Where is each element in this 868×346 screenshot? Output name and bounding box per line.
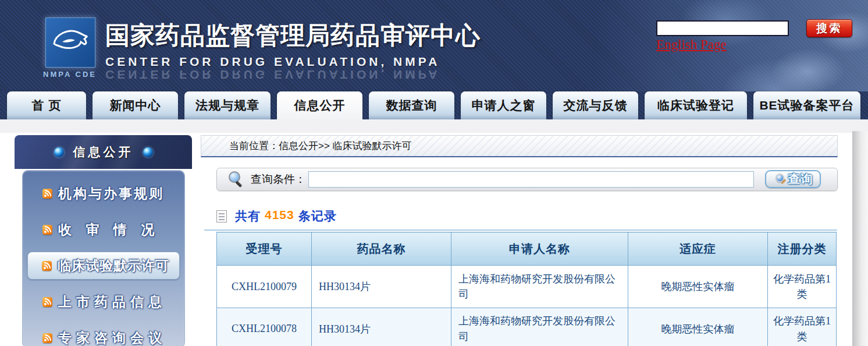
sidebar-item[interactable]: 收 审 情 况	[23, 211, 184, 248]
page-right-margin	[852, 131, 868, 346]
divider-line	[204, 230, 837, 231]
table-cell: 晚期恶性实体瘤	[628, 266, 768, 308]
rss-icon	[42, 297, 52, 307]
header-search-button[interactable]: 搜索	[806, 19, 852, 37]
orb-icon	[143, 147, 153, 157]
table-cell: CXHL2100079	[217, 266, 312, 308]
record-count-row: 共有 4153 条记录	[216, 207, 852, 225]
site-title-cn: 国家药品监督管理局药品审评中心	[105, 19, 481, 52]
search-icon	[227, 171, 245, 188]
nav-tab[interactable]: 法规与规章	[184, 91, 271, 119]
table-header-cell: 注册分类	[768, 232, 837, 266]
site-title-en: CENTER FOR DRUG EVALUATION, NMPA	[105, 55, 481, 69]
breadcrumb: 当前位置：信息公开>> 临床试验默示许可	[201, 135, 838, 157]
rss-icon	[42, 261, 52, 271]
logo-caption: NMPA CDE	[34, 70, 106, 79]
sidebar-item-label: 临床试验默示许可	[58, 257, 169, 275]
sidebar-header: 信息公开	[15, 135, 192, 169]
query-bar: 查询条件： 查询	[216, 168, 838, 191]
query-button-label: 查询	[788, 171, 814, 187]
table-header-row: 受理号药品名称申请人名称适应症注册分类	[217, 232, 837, 266]
nav-tab[interactable]: 交流与反馈	[553, 91, 638, 119]
site-title-block: 国家药品监督管理局药品审评中心 CENTER FOR DRUG EVALUATI…	[105, 19, 481, 82]
site-title-en-reflection: CENTER FOR DRUG EVALUATION, NMPA	[105, 69, 481, 82]
query-button[interactable]: 查询	[765, 170, 821, 188]
sidebar-item-label: 机构与办事规则	[58, 185, 164, 203]
record-count-suffix: 条记录	[298, 208, 337, 224]
table-row: CXHL2100079HH30134片上海海和药物研究开发股份有限公司晚期恶性实…	[217, 266, 837, 308]
sidebar-item-label: 收 审 情 况	[58, 221, 159, 239]
nav-tab[interactable]: 申请人之窗	[461, 91, 546, 119]
table-row: CXHL2100078HH30134片上海海和药物研究开发股份有限公司晚期恶性实…	[217, 308, 837, 346]
table-header-cell: 受理号	[217, 232, 312, 266]
nav-tab[interactable]: BE试验备案平台	[753, 91, 860, 119]
english-page-link[interactable]: English Page	[656, 37, 727, 52]
nav-tab[interactable]: 首 页	[7, 91, 86, 119]
table-cell: 上海海和药物研究开发股份有限公司	[451, 266, 628, 308]
nav-tabs: 首 页新闻中心法规与规章信息公开数据查询申请人之窗交流与反馈临床试验登记BE试验…	[0, 91, 868, 119]
record-count-text: 共有 4153 条记录	[235, 208, 337, 224]
table-cell: 化学药品第1类	[768, 308, 837, 346]
table-body: CXHL2100079HH30134片上海海和药物研究开发股份有限公司晚期恶性实…	[217, 266, 837, 346]
site-header: NMPA CDE 国家药品监督管理局药品审评中心 CENTER FOR DRUG…	[0, 0, 868, 91]
record-count-value: 4153	[265, 208, 294, 224]
main-panel: 当前位置：信息公开>> 临床试验默示许可 查询条件： 查询 共有	[201, 133, 852, 346]
table-cell: HH30134片	[312, 266, 451, 308]
sidebar-title: 信息公开	[73, 144, 134, 160]
list-icon	[216, 210, 227, 223]
header-background-image	[595, 0, 868, 91]
rss-icon	[42, 225, 52, 235]
search-icon	[773, 173, 785, 186]
table-header-cell: 适应症	[628, 232, 768, 266]
nav-tab[interactable]: 新闻中心	[93, 91, 178, 119]
record-count-prefix: 共有	[235, 208, 261, 224]
sidebar-menu: 机构与办事规则收 审 情 况临床试验默示许可上市药品信息专家咨询会议	[22, 170, 185, 346]
table-cell: 上海海和药物研究开发股份有限公司	[451, 308, 628, 346]
page: NMPA CDE 国家药品监督管理局药品审评中心 CENTER FOR DRUG…	[0, 0, 868, 346]
nav-tab[interactable]: 数据查询	[369, 91, 454, 119]
sidebar-item-label: 上市药品信息	[58, 293, 166, 311]
nav-tab[interactable]: 临床试验登记	[645, 91, 747, 119]
query-input[interactable]	[308, 171, 754, 188]
site-logo[interactable]	[45, 17, 95, 68]
header-search-input[interactable]	[656, 20, 789, 36]
sidebar-item[interactable]: 机构与办事规则	[23, 175, 184, 211]
table-cell: 化学药品第1类	[768, 266, 837, 308]
table-cell: CXHL2100078	[217, 308, 312, 346]
rss-icon	[42, 333, 52, 343]
sidebar: 信息公开 机构与办事规则收 审 情 况临床试验默示许可上市药品信息专家咨询会议	[15, 135, 192, 346]
rss-icon	[42, 189, 52, 199]
orb-icon	[54, 147, 64, 157]
content-area: 信息公开 机构与办事规则收 审 情 况临床试验默示许可上市药品信息专家咨询会议 …	[0, 133, 868, 346]
sidebar-item[interactable]: 上市药品信息	[23, 284, 184, 320]
sidebar-item[interactable]: 专家咨询会议	[23, 320, 184, 346]
table-header-cell: 药品名称	[312, 232, 451, 266]
query-label: 查询条件：	[251, 172, 306, 187]
table-cell: 晚期恶性实体瘤	[628, 308, 768, 346]
table-header-cell: 申请人名称	[451, 232, 628, 266]
tabbar-bottom-band	[0, 119, 868, 133]
nav-tab[interactable]: 信息公开	[277, 91, 362, 119]
sidebar-item[interactable]: 临床试验默示许可	[27, 252, 180, 280]
table-cell: HH30134片	[312, 308, 451, 346]
results-table: 受理号药品名称申请人名称适应症注册分类 CXHL2100079HH30134片上…	[216, 232, 837, 346]
sidebar-item-label: 专家咨询会议	[58, 329, 166, 346]
